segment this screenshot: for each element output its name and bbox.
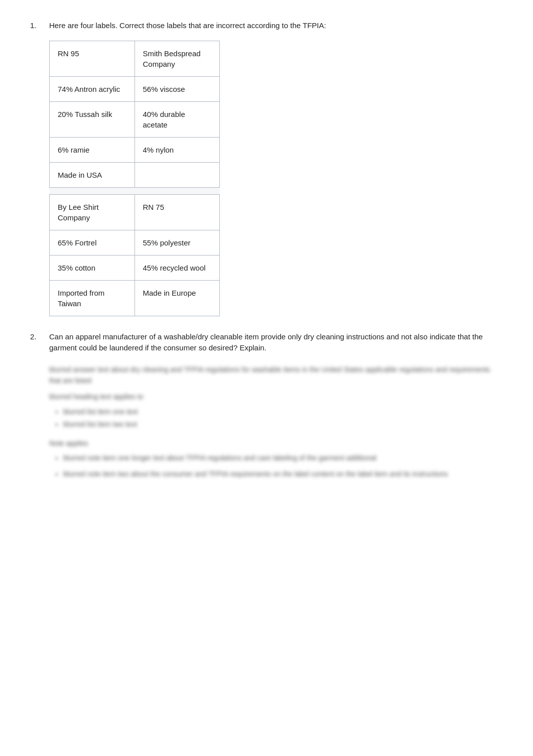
table-row: 35% cotton 45% recycled wool bbox=[50, 255, 220, 280]
answer-paragraph: blurred answer text about dry cleaning a… bbox=[49, 364, 503, 387]
cell-empty bbox=[135, 162, 220, 187]
cell-made-europe: Made in Europe bbox=[135, 280, 220, 316]
cell-nylon: 4% nylon bbox=[135, 137, 220, 162]
cell-recycled-wool: 45% recycled wool bbox=[135, 255, 220, 280]
question-2-body: Can an apparel manufacturer of a washabl… bbox=[49, 331, 503, 354]
separator-cell bbox=[50, 187, 220, 194]
cell-fortrel: 65% Fortrel bbox=[50, 230, 135, 255]
table-row: Made in USA bbox=[50, 162, 220, 187]
answer-list: blurred list item one text blurred list … bbox=[63, 406, 503, 431]
table-row: 6% ramie 4% nylon bbox=[50, 137, 220, 162]
list-item: blurred list item one text bbox=[63, 406, 503, 418]
answer-section-2: blurred answer text about dry cleaning a… bbox=[49, 364, 503, 480]
question-2: 2. Can an apparel manufacturer of a wash… bbox=[30, 331, 503, 480]
note-heading: Note applies bbox=[49, 438, 503, 449]
cell-rn75: RN 75 bbox=[135, 194, 220, 230]
list-item: blurred list item two text bbox=[63, 418, 503, 431]
cell-ramie: 6% ramie bbox=[50, 137, 135, 162]
question-2-number: 2. bbox=[30, 331, 44, 354]
question-1-body: Here are four labels. Correct those labe… bbox=[49, 20, 326, 32]
cell-rn95: RN 95 bbox=[50, 41, 135, 76]
table-row: 74% Antron acrylic 56% viscose bbox=[50, 76, 220, 101]
table-row: 65% Fortrel 55% polyester bbox=[50, 230, 220, 255]
cell-smith: Smith Bedspread Company bbox=[135, 41, 220, 76]
cell-polyester: 55% polyester bbox=[135, 230, 220, 255]
table-row: Imported from Taiwan Made in Europe bbox=[50, 280, 220, 316]
cell-antron: 74% Antron acrylic bbox=[50, 76, 135, 101]
question-1-text: 1. Here are four labels. Correct those l… bbox=[30, 20, 503, 32]
cell-made-usa: Made in USA bbox=[50, 162, 135, 187]
cell-tussah: 20% Tussah silk bbox=[50, 101, 135, 137]
table-row: RN 95 Smith Bedspread Company bbox=[50, 41, 220, 76]
cell-acetate: 40% durable acetate bbox=[135, 101, 220, 137]
cell-viscose: 56% viscose bbox=[135, 76, 220, 101]
question-1-number: 1. bbox=[30, 20, 44, 32]
list-item: blurred note item one longer text about … bbox=[63, 452, 503, 464]
cell-cotton: 35% cotton bbox=[50, 255, 135, 280]
table-row: By Lee Shirt Company RN 75 bbox=[50, 194, 220, 230]
table-row: 20% Tussah silk 40% durable acetate bbox=[50, 101, 220, 137]
cell-imported-taiwan: Imported from Taiwan bbox=[50, 280, 135, 316]
question-1: 1. Here are four labels. Correct those l… bbox=[30, 20, 503, 316]
answer-heading: blurred heading text applies to bbox=[49, 391, 503, 402]
label-table: RN 95 Smith Bedspread Company 74% Antron… bbox=[49, 41, 220, 316]
cell-lee-shirt: By Lee Shirt Company bbox=[50, 194, 135, 230]
table-separator bbox=[50, 187, 220, 194]
question-2-text: 2. Can an apparel manufacturer of a wash… bbox=[30, 331, 503, 354]
list-item: blurred note item two about the consumer… bbox=[63, 468, 503, 480]
note-list: blurred note item one longer text about … bbox=[63, 452, 503, 480]
